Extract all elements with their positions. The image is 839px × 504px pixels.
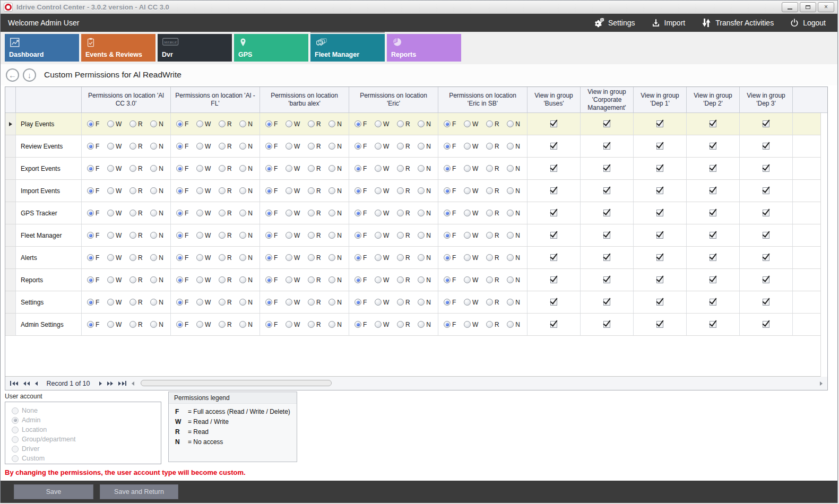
permission-radio-option-w[interactable]: W xyxy=(375,254,389,262)
radio-icon[interactable] xyxy=(464,232,471,239)
permission-radio-option-w[interactable]: W xyxy=(464,120,478,128)
permission-radio-option-w[interactable]: W xyxy=(107,321,122,328)
view-group-checkbox[interactable] xyxy=(656,143,663,150)
view-group-checkbox[interactable] xyxy=(763,210,769,216)
radio-selected-icon[interactable] xyxy=(265,165,272,172)
radio-icon[interactable] xyxy=(107,254,114,261)
permission-radio-option-w[interactable]: W xyxy=(107,254,122,262)
permission-radio-option-n[interactable]: N xyxy=(328,321,342,328)
permission-radio-option-n[interactable]: N xyxy=(239,232,253,239)
view-group-checkbox[interactable] xyxy=(603,165,610,172)
permission-radio-option-r[interactable]: R xyxy=(129,165,143,172)
permission-radio-option-r[interactable]: R xyxy=(397,210,410,217)
radio-icon[interactable] xyxy=(129,321,136,328)
radio-selected-icon[interactable] xyxy=(87,232,94,239)
permission-radio-option-n[interactable]: N xyxy=(418,165,431,172)
radio-icon[interactable] xyxy=(486,276,493,283)
radio-selected-icon[interactable] xyxy=(265,321,272,328)
permission-radio-option-w[interactable]: W xyxy=(375,276,389,284)
radio-icon[interactable] xyxy=(196,187,203,194)
view-group-checkbox[interactable] xyxy=(763,187,769,194)
permission-radio-option-f[interactable]: F xyxy=(176,165,188,172)
permission-radio-option-w[interactable]: W xyxy=(107,143,122,150)
permission-radio-option-n[interactable]: N xyxy=(328,143,342,150)
view-group-checkbox[interactable] xyxy=(763,143,769,150)
permission-radio-option-f[interactable]: F xyxy=(444,232,456,239)
radio-selected-icon[interactable] xyxy=(444,165,451,172)
horizontal-scrollbar-thumb[interactable] xyxy=(141,380,332,386)
permission-radio-option-r[interactable]: R xyxy=(308,276,321,284)
permission-radio-option-w[interactable]: W xyxy=(107,299,122,306)
radio-icon[interactable] xyxy=(375,143,382,150)
radio-icon[interactable] xyxy=(219,210,226,216)
permission-radio-option-w[interactable]: W xyxy=(107,120,122,128)
radio-icon[interactable] xyxy=(418,232,425,239)
radio-icon[interactable] xyxy=(239,165,246,172)
view-group-checkbox[interactable] xyxy=(656,232,663,239)
permission-radio-option-r[interactable]: R xyxy=(486,254,499,262)
permission-radio-option-n[interactable]: N xyxy=(328,210,342,217)
hscroll-left-button[interactable] xyxy=(129,377,137,390)
view-group-checkbox[interactable] xyxy=(656,120,663,127)
permission-radio-option-w[interactable]: W xyxy=(196,232,211,239)
back-button[interactable]: ← xyxy=(6,68,19,82)
radio-icon[interactable] xyxy=(397,299,404,306)
radio-icon[interactable] xyxy=(328,210,335,216)
permission-radio-option-f[interactable]: F xyxy=(87,276,99,284)
radio-icon[interactable] xyxy=(328,321,335,328)
view-group-checkbox[interactable] xyxy=(763,321,769,328)
permission-radio-option-n[interactable]: N xyxy=(150,321,163,328)
view-group-checkbox[interactable] xyxy=(763,232,769,239)
radio-icon[interactable] xyxy=(375,276,382,283)
permission-radio-option-w[interactable]: W xyxy=(107,232,122,239)
radio-icon[interactable] xyxy=(239,120,246,127)
radio-icon[interactable] xyxy=(486,120,493,127)
radio-selected-icon[interactable] xyxy=(354,299,361,306)
permission-radio-option-r[interactable]: R xyxy=(308,210,321,217)
maximize-button[interactable] xyxy=(800,2,816,12)
permission-radio-option-w[interactable]: W xyxy=(196,120,211,128)
permission-radio-option-f[interactable]: F xyxy=(354,276,367,284)
view-group-checkbox[interactable] xyxy=(656,187,663,194)
radio-icon[interactable] xyxy=(150,232,157,239)
radio-icon[interactable] xyxy=(150,321,157,328)
permission-radio-option-r[interactable]: R xyxy=(308,143,321,150)
radio-icon[interactable] xyxy=(219,299,226,306)
permission-radio-option-w[interactable]: W xyxy=(375,321,389,328)
radio-icon[interactable] xyxy=(107,143,114,150)
permission-radio-option-f[interactable]: F xyxy=(87,299,99,306)
permission-radio-option-n[interactable]: N xyxy=(418,120,431,128)
permission-radio-option-w[interactable]: W xyxy=(464,165,478,172)
radio-selected-icon[interactable] xyxy=(444,254,451,261)
down-button[interactable]: ↓ xyxy=(23,68,36,82)
permission-radio-option-n[interactable]: N xyxy=(507,321,520,328)
radio-icon[interactable] xyxy=(464,299,471,306)
radio-icon[interactable] xyxy=(219,321,226,328)
permission-radio-option-n[interactable]: N xyxy=(328,187,342,195)
view-group-checkbox[interactable] xyxy=(550,276,557,283)
radio-selected-icon[interactable] xyxy=(265,299,272,306)
permission-radio-option-r[interactable]: R xyxy=(129,120,143,128)
view-group-checkbox[interactable] xyxy=(603,276,610,283)
table-row[interactable]: Play EventsFWRNFWRNFWRNFWRNFWRN xyxy=(5,113,827,135)
permission-radio-option-f[interactable]: F xyxy=(176,299,188,306)
radio-icon[interactable] xyxy=(397,187,404,194)
radio-icon[interactable] xyxy=(486,299,493,306)
radio-selected-icon[interactable] xyxy=(354,187,361,194)
view-group-checkbox[interactable] xyxy=(656,321,663,328)
view-group-checkbox[interactable] xyxy=(603,120,610,127)
radio-icon[interactable] xyxy=(150,276,157,283)
radio-selected-icon[interactable] xyxy=(176,210,183,216)
radio-icon[interactable] xyxy=(107,321,114,328)
radio-icon[interactable] xyxy=(150,165,157,172)
radio-selected-icon[interactable] xyxy=(87,210,94,216)
permission-radio-option-r[interactable]: R xyxy=(129,143,143,150)
radio-icon[interactable] xyxy=(328,232,335,239)
radio-selected-icon[interactable] xyxy=(444,299,451,306)
permission-radio-option-w[interactable]: W xyxy=(375,210,389,217)
radio-icon[interactable] xyxy=(286,254,292,261)
permission-radio-option-f[interactable]: F xyxy=(444,299,456,306)
permission-radio-option-r[interactable]: R xyxy=(397,276,410,284)
radio-icon[interactable] xyxy=(397,210,404,216)
logout-menu-item[interactable]: Logout xyxy=(790,18,826,28)
